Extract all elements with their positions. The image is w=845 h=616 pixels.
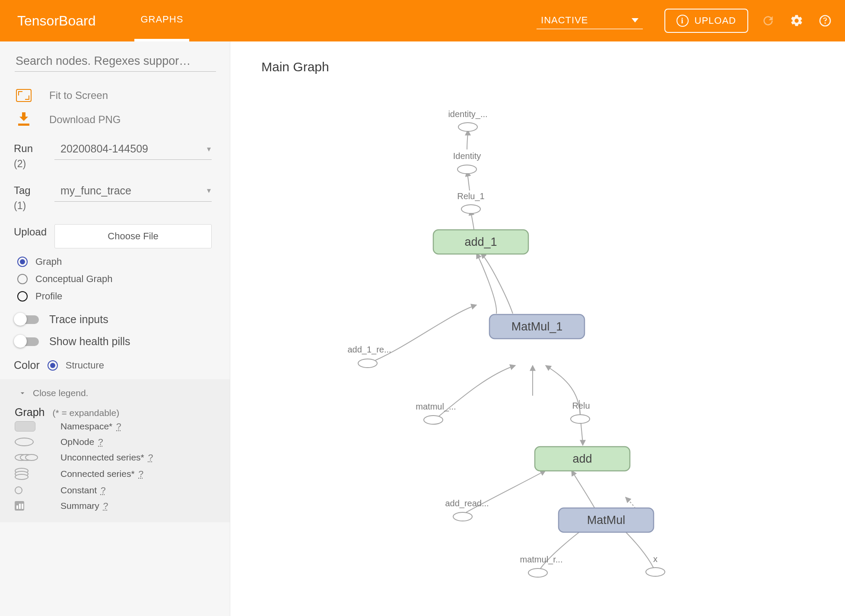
fit-to-screen-button[interactable]: Fit to Screen xyxy=(0,84,230,107)
legend-hint: (* = expandable) xyxy=(52,408,119,418)
node-add[interactable]: add xyxy=(535,447,630,471)
svg-text:MatMul: MatMul xyxy=(587,514,626,527)
chevron-down-icon xyxy=(18,389,27,397)
refresh-icon[interactable] xyxy=(761,14,775,28)
svg-point-16 xyxy=(571,415,590,423)
radio-icon[interactable] xyxy=(48,360,58,371)
tab-graphs[interactable]: GRAPHS xyxy=(134,0,189,41)
namespace-shape-icon xyxy=(15,421,35,432)
node-identity-ret[interactable]: identity_... xyxy=(448,109,487,131)
svg-point-24 xyxy=(528,568,547,577)
chevron-down-icon: ▾ xyxy=(207,186,211,195)
node-matmul-dots[interactable]: matmul_... xyxy=(416,402,456,424)
unconnected-shape-icon xyxy=(15,453,36,462)
svg-text:Relu_1: Relu_1 xyxy=(457,191,484,201)
graph-canvas[interactable]: Main Graph iden xyxy=(230,41,845,616)
constant-shape-icon xyxy=(15,486,22,494)
legend-title: Graph xyxy=(15,406,44,419)
svg-rect-0 xyxy=(18,124,29,126)
svg-text:add_1_re...: add_1_re... xyxy=(347,345,391,355)
tag-select-value: my_func_trace xyxy=(60,184,131,197)
svg-point-26 xyxy=(646,568,665,576)
svg-text:Relu: Relu xyxy=(572,401,590,410)
download-png-label: Download PNG xyxy=(49,114,121,126)
app-header: TensorBoard GRAPHS INACTIVE i UPLOAD xyxy=(0,0,845,41)
graph-title: Main Graph xyxy=(261,60,329,74)
upload-button[interactable]: i UPLOAD xyxy=(664,9,748,33)
node-matmul-r[interactable]: matmul_r... xyxy=(520,555,563,577)
svg-text:x: x xyxy=(653,554,658,564)
node-x[interactable]: x xyxy=(646,554,665,576)
opnode-shape-icon xyxy=(15,438,34,446)
svg-point-12 xyxy=(358,359,377,368)
toggle-health-pills[interactable]: Show health pills xyxy=(15,335,216,348)
svg-text:matmul_r...: matmul_r... xyxy=(520,555,563,565)
fit-to-screen-label: Fit to Screen xyxy=(49,89,108,102)
node-identity[interactable]: Identity xyxy=(453,151,481,174)
connected-shape-icon xyxy=(15,468,32,480)
svg-text:Identity: Identity xyxy=(453,151,481,161)
tag-select[interactable]: my_func_trace ▾ xyxy=(54,183,212,202)
brand-title: TensorBoard xyxy=(17,13,95,29)
fit-screen-icon xyxy=(16,89,32,102)
radio-graph[interactable]: Graph xyxy=(17,256,216,267)
legend-summary: Summary ? xyxy=(13,498,217,514)
download-icon xyxy=(17,112,30,127)
help-icon[interactable] xyxy=(818,14,832,28)
radio-profile[interactable]: Profile xyxy=(17,291,216,302)
search-input[interactable] xyxy=(15,51,216,72)
legend-constant: Constant ? xyxy=(13,483,217,498)
run-select-value: 20200804-144509 xyxy=(60,143,148,155)
run-label: Run (2) xyxy=(14,141,54,171)
close-legend-button[interactable]: Close legend. xyxy=(13,385,217,406)
svg-text:identity_...: identity_... xyxy=(448,109,487,119)
toggle-icon xyxy=(15,337,39,346)
svg-text:matmul_...: matmul_... xyxy=(416,402,456,412)
chevron-down-icon: ▾ xyxy=(207,144,211,154)
inactive-label: INACTIVE xyxy=(541,15,588,26)
svg-text:add_read...: add_read... xyxy=(445,499,489,508)
radio-icon xyxy=(17,257,28,267)
radio-conceptual-graph[interactable]: Conceptual Graph xyxy=(17,273,216,285)
legend-opnode: OpNode ? xyxy=(13,434,217,450)
sidebar: Fit to Screen Download PNG Run (2) 20200… xyxy=(0,41,230,616)
legend: Close legend. Graph (* = expandable) Nam… xyxy=(0,379,230,522)
chevron-down-icon xyxy=(632,18,639,22)
header-tabs: GRAPHS xyxy=(134,0,537,41)
legend-unconnected: Unconnected series* ? xyxy=(13,450,217,465)
svg-point-14 xyxy=(424,416,443,424)
download-png-button[interactable]: Download PNG xyxy=(0,107,230,132)
tag-label: Tag (1) xyxy=(14,183,54,213)
node-matmul1[interactable]: MatMul_1 xyxy=(489,314,585,339)
gear-icon[interactable] xyxy=(790,14,804,28)
legend-connected: Connected series* ? xyxy=(13,465,217,483)
radio-icon xyxy=(17,291,28,302)
node-add-read[interactable]: add_read... xyxy=(445,499,489,521)
svg-text:MatMul_1: MatMul_1 xyxy=(511,320,563,333)
info-icon: i xyxy=(677,15,689,27)
node-relu1[interactable]: Relu_1 xyxy=(457,191,484,213)
svg-point-4 xyxy=(457,165,477,174)
svg-text:add: add xyxy=(572,452,592,465)
node-matmul[interactable]: MatMul xyxy=(559,508,654,532)
toggle-icon xyxy=(15,315,39,324)
choose-file-button[interactable]: Choose File xyxy=(54,224,212,248)
upload-label: Upload xyxy=(14,224,54,240)
radio-icon xyxy=(17,274,28,284)
svg-text:add_1: add_1 xyxy=(464,235,497,248)
upload-button-label: UPLOAD xyxy=(695,15,736,26)
summary-shape-icon xyxy=(15,501,24,511)
svg-point-6 xyxy=(461,205,480,213)
svg-point-2 xyxy=(458,123,477,131)
color-row: Color Structure xyxy=(0,350,230,379)
legend-namespace: Namespace* ? xyxy=(13,419,217,434)
toggle-trace-inputs[interactable]: Trace inputs xyxy=(15,313,216,326)
inactive-dropdown[interactable]: INACTIVE xyxy=(537,12,642,29)
node-add1[interactable]: add_1 xyxy=(433,230,528,254)
svg-point-22 xyxy=(453,512,472,521)
run-select[interactable]: 20200804-144509 ▾ xyxy=(54,141,212,160)
